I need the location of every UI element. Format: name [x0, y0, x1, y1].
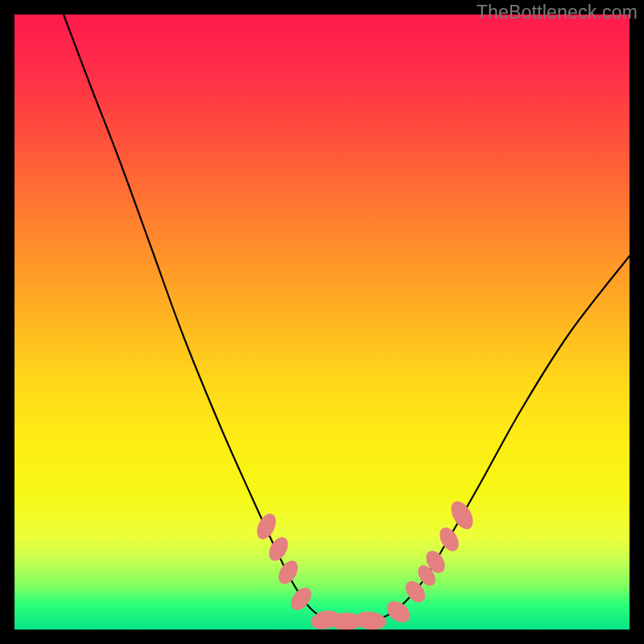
outer-frame: TheBottleneck.com [0, 0, 644, 644]
plot-area [14, 14, 630, 630]
bottleneck-curve-canvas [14, 14, 630, 630]
watermark-label: TheBottleneck.com [477, 2, 638, 23]
